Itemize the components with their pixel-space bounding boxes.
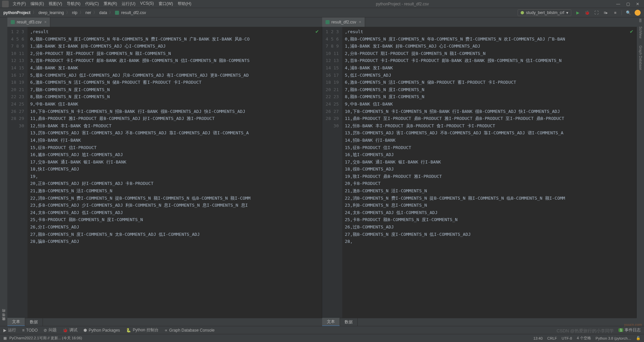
package-icon: ⬢ bbox=[83, 328, 87, 333]
subtab-data-right[interactable]: 数据 bbox=[340, 318, 358, 326]
gutter-left: 1 2 3 4 5 6 7 8 9 10 11 12 13 14 15 16 1… bbox=[7, 27, 27, 318]
chevron-down-icon: ▾ bbox=[566, 10, 568, 15]
status-update[interactable]: PyCharm2022.2.1可用 // 更新... (今天 16:06) bbox=[9, 336, 82, 341]
bc-4[interactable]: data bbox=[99, 10, 107, 15]
tw-problems[interactable]: ⊘问题 bbox=[44, 327, 57, 333]
close-tab-icon[interactable]: × bbox=[44, 20, 47, 24]
tw-python-console[interactable]: 🐍Python 控制台 bbox=[126, 327, 159, 333]
caret-position[interactable]: 13:40 bbox=[533, 336, 543, 340]
profile-button[interactable]: ≡▸ bbox=[603, 10, 609, 16]
code-left[interactable]: ,result 0,额B-COMMENTS_N 度I-COMMENTS_N 年B… bbox=[27, 27, 322, 318]
stop-button[interactable]: ■ bbox=[612, 10, 618, 16]
inspection-ok-icon: ✔ bbox=[630, 29, 634, 34]
subtab-text-left[interactable]: 文本 bbox=[7, 318, 25, 326]
tw-graph-db[interactable]: ∝Graph Database Console bbox=[165, 328, 215, 333]
bc-file[interactable]: result_df2.csv bbox=[121, 10, 146, 15]
menu-navigate[interactable]: 导航(N) bbox=[65, 1, 82, 7]
bc-1[interactable]: deep_learning bbox=[39, 10, 64, 15]
menu-view[interactable]: 视图(V) bbox=[47, 1, 64, 7]
sidebar-sciview[interactable]: SciView bbox=[639, 26, 642, 38]
editor-bottom-tabs: 文本 数据 文本 数据 bbox=[7, 318, 637, 326]
editor-tabs-row: result_df3.csv × result_df2.csv × bbox=[7, 17, 637, 27]
subtab-data-left[interactable]: 数据 bbox=[25, 318, 43, 326]
menu-edit[interactable]: 编辑(E) bbox=[28, 1, 46, 7]
event-log-label: 事件日志 bbox=[625, 327, 641, 333]
tw-run[interactable]: ▶运行 bbox=[3, 327, 16, 333]
subtab-text-right[interactable]: 文本 bbox=[322, 318, 340, 326]
editor-pane-left[interactable]: ✔ 1 2 3 4 5 6 7 8 9 10 11 12 13 14 15 16… bbox=[7, 27, 322, 318]
minimize-button[interactable]: — bbox=[616, 2, 620, 6]
navigation-bar: pythonProject〉 deep_learning〉 nlp〉 ner〉 … bbox=[0, 8, 644, 17]
file-encoding[interactable]: UTF-8 bbox=[562, 336, 572, 340]
graph-icon: ∝ bbox=[165, 328, 168, 333]
debug-button[interactable]: 🐞 bbox=[584, 10, 590, 16]
file-icon bbox=[115, 11, 119, 15]
gutter-right: 1 2 3 4 5 6 7 8 9 10 11 12 13 14 15 16 1… bbox=[322, 27, 342, 318]
menu-code[interactable]: 代码(C) bbox=[83, 1, 101, 7]
tw-packages[interactable]: ⬢Python Packages bbox=[83, 328, 120, 333]
split-panes: ✔ 1 2 3 4 5 6 7 8 9 10 11 12 13 14 15 16… bbox=[7, 27, 637, 318]
event-log-button[interactable]: 1 事件日志 bbox=[619, 327, 641, 333]
close-tab-icon[interactable]: × bbox=[359, 20, 361, 24]
breadcrumb: pythonProject〉 deep_learning〉 nlp〉 ner〉 … bbox=[3, 10, 146, 15]
editor-pane-right[interactable]: ✔ 1 2 3 4 5 6 7 8 9 10 11 12 13 14 15 16… bbox=[322, 27, 637, 318]
bc-project[interactable]: pythonProject bbox=[3, 10, 31, 15]
left-toolwindow-bar: 项目 结构 书签 收藏夹 bbox=[0, 17, 7, 326]
menu-vcs[interactable]: VCS(S) bbox=[138, 1, 156, 7]
run-config-label: study_bert_bilstm_crf bbox=[526, 10, 564, 15]
status-bar: ▦ PyCharm2022.2.1可用 // 更新... (今天 16:06) … bbox=[0, 334, 644, 342]
app-icon bbox=[2, 1, 9, 7]
menu-run[interactable]: 运行(U) bbox=[120, 1, 137, 7]
tab-right-file[interactable]: result_df2.csv × bbox=[322, 17, 365, 27]
python-icon bbox=[521, 11, 524, 14]
run-configuration[interactable]: study_bert_bilstm_crf ▾ bbox=[518, 9, 571, 16]
search-button[interactable]: 🔍 bbox=[625, 10, 631, 16]
file-icon bbox=[326, 20, 330, 24]
tab-label: result_df2.csv bbox=[332, 20, 356, 24]
menu-file[interactable]: 文件(F) bbox=[11, 1, 28, 7]
close-button[interactable]: ✕ bbox=[636, 2, 639, 6]
interpreter-info[interactable]: Python 3.8 (pytorch… bbox=[596, 336, 631, 340]
bug-icon: 🐞 bbox=[63, 328, 68, 333]
run-button[interactable]: ▶ bbox=[575, 10, 581, 16]
menu-help[interactable]: 帮助(H) bbox=[176, 1, 193, 7]
indent-info[interactable]: 4 个空格 bbox=[577, 336, 591, 341]
bottom-toolwindow-bar: ▶运行 ≡TODO ⊘问题 🐞调试 ⬢Python Packages 🐍Pyth… bbox=[0, 326, 644, 334]
notification-badge: 1 bbox=[619, 328, 623, 332]
tw-todo[interactable]: ≡TODO bbox=[22, 328, 38, 333]
bc-3[interactable]: ner bbox=[85, 10, 91, 15]
ide-settings-icon[interactable]: ▦ bbox=[3, 336, 7, 340]
separator bbox=[622, 10, 622, 15]
account-avatar[interactable] bbox=[635, 10, 641, 16]
inspection-ok-icon: ✔ bbox=[315, 29, 319, 34]
sidebar-graphdb[interactable]: Graph Database bbox=[639, 46, 642, 70]
maximize-button[interactable]: ▢ bbox=[626, 2, 630, 6]
tab-left-file[interactable]: result_df3.csv × bbox=[7, 17, 50, 27]
window-controls: — ▢ ✕ bbox=[611, 2, 644, 6]
file-icon bbox=[11, 20, 15, 24]
menu-refactor[interactable]: 重构(R) bbox=[102, 1, 119, 7]
right-toolwindow-bar: 🗄 SciView Graph Database bbox=[637, 17, 644, 326]
python-icon: 🐍 bbox=[126, 328, 131, 333]
list-icon: ≡ bbox=[22, 328, 24, 333]
readonly-lock-icon[interactable]: 🔓 bbox=[636, 336, 641, 340]
database-icon[interactable]: 🗄 bbox=[639, 19, 642, 22]
tab-label: result_df3.csv bbox=[17, 20, 42, 24]
main-area: 项目 结构 书签 收藏夹 result_df3.csv × result_df2… bbox=[0, 17, 644, 326]
editor-area: result_df3.csv × result_df2.csv × ✔ 1 2 … bbox=[7, 17, 637, 326]
code-right[interactable]: ,result 0,额B-COMMENTS_N 度I-COMMENTS_N 年B… bbox=[342, 27, 637, 318]
warning-icon: ⊘ bbox=[44, 328, 47, 333]
menu-window[interactable]: 窗口(W) bbox=[157, 1, 175, 7]
play-icon: ▶ bbox=[3, 328, 6, 333]
window-title: pythonProject - result_df2.csv bbox=[193, 2, 611, 6]
line-separator[interactable]: CRLF bbox=[547, 336, 557, 340]
bc-2[interactable]: nlp bbox=[72, 10, 77, 15]
coverage-button[interactable]: ⛶ bbox=[593, 10, 599, 16]
tw-debug[interactable]: 🐞调试 bbox=[63, 327, 77, 333]
menubar: 文件(F) 编辑(E) 视图(V) 导航(N) 代码(C) 重构(R) 运行(U… bbox=[11, 1, 193, 7]
titlebar: 文件(F) 编辑(E) 视图(V) 导航(N) 代码(C) 重构(R) 运行(U… bbox=[0, 0, 644, 8]
